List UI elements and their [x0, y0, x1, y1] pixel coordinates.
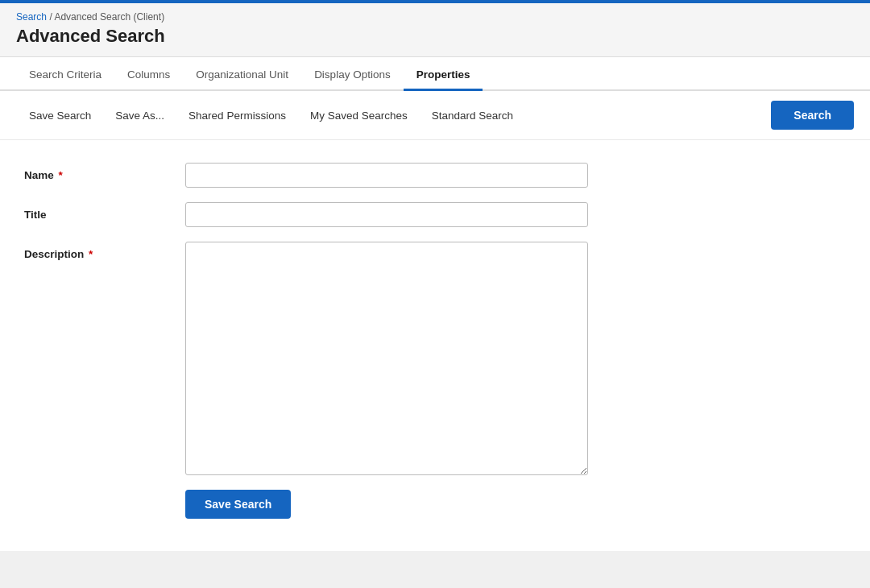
save-search-form-button[interactable]: Save Search — [185, 490, 291, 519]
name-row: Name * — [24, 163, 846, 188]
search-button[interactable]: Search — [771, 101, 854, 130]
form-area: Name * Title Description * Save Search — [0, 140, 870, 551]
shared-permissions-button[interactable]: Shared Permissions — [176, 103, 294, 127]
tabs-bar: Search Criteria Columns Organizational U… — [0, 57, 870, 91]
standard-search-button[interactable]: Standard Search — [419, 103, 521, 127]
breadcrumb-link-search[interactable]: Search — [16, 11, 47, 23]
tab-search-criteria[interactable]: Search Criteria — [16, 57, 114, 91]
toolbar: Save Search … Save As... — [0, 91, 870, 140]
tab-properties[interactable]: Properties — [404, 57, 483, 91]
my-saved-searches-label: My Saved Searches — [310, 110, 408, 122]
breadcrumb: Search / Advanced Search (Client) — [16, 11, 854, 23]
name-label: Name * — [24, 163, 185, 181]
save-button-row: Save Search — [24, 490, 846, 519]
title-row: Title — [24, 202, 846, 227]
description-required-star: * — [85, 248, 93, 260]
title-input[interactable] — [185, 202, 588, 227]
name-input[interactable] — [185, 163, 588, 188]
breadcrumb-current: Advanced Search (Client) — [54, 11, 164, 23]
my-saved-searches-button[interactable]: My Saved Searches — [297, 103, 416, 127]
name-required-star: * — [56, 169, 63, 181]
save-search-label: Save Search — [29, 110, 91, 122]
description-textarea[interactable] — [185, 242, 588, 475]
page-title: Advanced Search — [16, 26, 854, 47]
tab-columns[interactable]: Columns — [114, 57, 183, 91]
shared-permissions-label: Shared Permissions — [188, 110, 286, 122]
tab-display-options[interactable]: Display Options — [301, 57, 404, 91]
standard-search-label: Standard Search — [432, 110, 513, 122]
save-as-button[interactable]: … Save As... — [102, 103, 172, 127]
save-as-label: Save As... — [115, 110, 164, 122]
description-row: Description * — [24, 242, 846, 475]
tab-organizational-unit[interactable]: Organizational Unit — [183, 57, 301, 91]
save-search-button[interactable]: Save Search — [16, 103, 99, 127]
main-container: Search Criteria Columns Organizational U… — [0, 57, 870, 551]
description-label: Description * — [24, 242, 185, 260]
breadcrumb-area: Search / Advanced Search (Client) Advanc… — [0, 3, 870, 57]
title-label: Title — [24, 202, 185, 221]
